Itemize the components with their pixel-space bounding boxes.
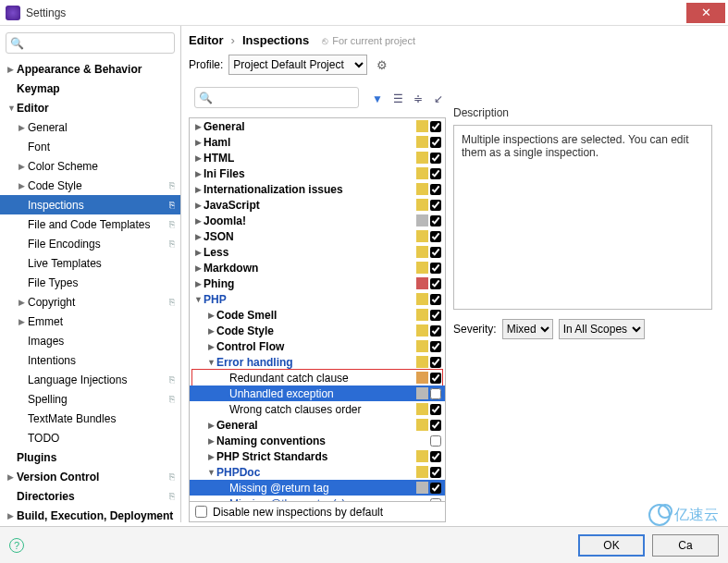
inspection-checkbox[interactable] [430,278,441,289]
inspection-tree-item[interactable]: Wrong catch clauses order [190,401,445,417]
settings-tree-item[interactable]: TODO [0,428,180,447]
ok-button[interactable]: OK [578,534,645,557]
inspection-checkbox[interactable] [430,451,441,462]
inspection-checkbox[interactable] [430,498,441,503]
settings-tree-item[interactable]: File Encodings⎘ [0,234,180,253]
settings-tree-item[interactable]: Intentions [0,350,180,370]
help-icon[interactable]: ? [9,538,24,553]
settings-tree-item[interactable]: ▶Emmet [0,312,180,331]
inspection-tree-item[interactable]: ▶HTML [190,150,445,165]
inspection-checkbox[interactable] [430,215,441,226]
settings-tree[interactable]: ▶Appearance & BehaviorKeymap▼Editor▶Gene… [0,59,180,522]
inspection-checkbox[interactable] [430,137,441,148]
disable-new-row[interactable]: Disable new inspections by default [189,502,446,522]
inspection-tree-item[interactable]: ▶Naming conventions [190,433,445,448]
inspections-search[interactable]: 🔍 [194,87,359,108]
inspection-tree-item[interactable]: ▶General [190,417,445,433]
settings-sidebar: 🔍 ▶Appearance & BehaviorKeymap▼Editor▶Ge… [0,26,181,522]
inspection-checkbox[interactable] [430,153,441,164]
inspection-tree-item[interactable]: Redundant catch clause [190,370,445,386]
inspection-tree-item[interactable]: ▼PHPDoc [190,464,445,480]
inspection-tree-item[interactable]: ▶Markdown [190,260,445,275]
filter-icon[interactable]: ▼ [370,91,385,107]
inspection-checkbox[interactable] [430,483,441,494]
settings-tree-item[interactable]: Language Injections⎘ [0,370,180,389]
inspection-label: JavaScript [204,199,416,212]
inspection-tree-item[interactable]: ▶Code Smell [190,307,445,323]
scope-select[interactable]: In All Scopes [559,319,645,339]
collapse-all-icon[interactable]: ≑ [411,91,426,107]
inspection-checkbox[interactable] [430,325,441,337]
settings-tree-item[interactable]: ▶Color Scheme [0,156,180,176]
inspection-checkbox[interactable] [430,263,441,274]
inspection-checkbox[interactable] [430,404,441,415]
inspection-checkbox[interactable] [430,420,441,431]
inspection-tree-item[interactable]: Missing @throws tag(s) [190,496,445,502]
inspection-tree-item[interactable]: ▼Error handling [190,354,445,370]
inspection-checkbox[interactable] [430,388,441,399]
inspection-checkbox[interactable] [430,435,441,447]
inspection-checkbox[interactable] [430,294,441,305]
settings-tree-item[interactable]: File Types [0,273,180,292]
close-button[interactable]: ✕ [686,3,725,23]
inspection-checkbox[interactable] [430,200,441,211]
settings-tree-item[interactable]: Keymap [0,79,180,98]
settings-tree-item[interactable]: ▶Appearance & Behavior [0,59,180,79]
inspection-tree-item[interactable]: ▶Haml [190,134,445,150]
inspection-tree-item[interactable]: ▶Ini Files [190,165,445,181]
disable-new-checkbox[interactable] [195,506,207,518]
settings-tree-item[interactable]: ▶General [0,117,180,137]
inspections-search-input[interactable] [216,92,354,104]
settings-tree-item[interactable]: Font [0,137,180,156]
inspection-tree-item[interactable]: ▶JSON [190,228,445,244]
inspection-checkbox[interactable] [430,341,441,352]
inspection-tree-item[interactable]: ▶PHP Strict Standards [190,448,445,464]
sidebar-search-input[interactable] [27,37,170,50]
inspection-tree-item[interactable]: Missing @return tag [190,480,445,496]
reset-icon[interactable]: ↙ [431,91,446,107]
inspection-checkbox[interactable] [430,373,441,384]
inspection-checkbox[interactable] [430,168,441,179]
cancel-button[interactable]: Ca [652,534,719,557]
inspection-tree-item[interactable]: ▼PHP [190,291,445,307]
inspection-tree-item[interactable]: ▶Less [190,244,445,260]
settings-tree-item[interactable]: ▶Code Style⎘ [0,176,180,195]
inspection-tree-item[interactable]: ▶Internationalization issues [190,181,445,197]
settings-tree-item[interactable]: Plugins [0,447,180,467]
sidebar-search[interactable]: 🔍 [6,32,175,54]
settings-tree-item[interactable]: ▶Build, Execution, Deployment [0,506,180,522]
severity-select[interactable]: Mixed [502,319,553,339]
profile-gear-icon[interactable]: ⚙ [376,58,388,72]
breadcrumb-editor[interactable]: Editor [189,33,224,47]
inspection-checkbox[interactable] [430,121,441,132]
settings-tree-item[interactable]: Inspections⎘ [0,195,180,214]
settings-tree-item[interactable]: Spelling⎘ [0,389,180,409]
inspection-tree-item[interactable]: ▶Code Style [190,323,445,338]
inspection-tree-item[interactable]: ▶Phing [190,275,445,291]
settings-tree-item[interactable]: Directories⎘ [0,486,180,506]
settings-tree-item[interactable]: ▼Editor [0,98,180,117]
breadcrumb: Editor › Inspections ⎋For current projec… [189,33,728,47]
inspection-tree-item[interactable]: Unhandled exception [190,386,445,401]
inspection-checkbox[interactable] [430,467,441,478]
inspection-checkbox[interactable] [430,310,441,321]
inspection-checkbox[interactable] [430,357,441,368]
expand-all-icon[interactable]: ☰ [390,91,405,107]
arrow-icon: ▶ [7,511,17,520]
inspections-tree[interactable]: ▶General▶Haml▶HTML▶Ini Files▶Internation… [189,117,446,502]
settings-tree-item[interactable]: TextMate Bundles [0,409,180,428]
settings-tree-item[interactable]: File and Code Templates⎘ [0,214,180,234]
settings-tree-item[interactable]: ▶Version Control⎘ [0,467,180,486]
settings-tree-item[interactable]: ▶Copyright⎘ [0,292,180,312]
inspection-tree-item[interactable]: ▶Joomla! [190,213,445,228]
inspection-checkbox[interactable] [430,184,441,195]
settings-tree-item[interactable]: Images [0,331,180,350]
inspection-tree-item[interactable]: ▶General [190,118,445,134]
settings-tree-item[interactable]: Live Templates [0,253,180,273]
inspection-tree-item[interactable]: ▶JavaScript [190,197,445,213]
inspection-checkbox[interactable] [430,231,441,242]
inspection-checkbox[interactable] [430,247,441,258]
profile-select[interactable]: Project Default Project [228,55,367,75]
inspection-tree-item[interactable]: ▶Control Flow [190,338,445,354]
project-config-icon: ⎘ [169,239,175,249]
